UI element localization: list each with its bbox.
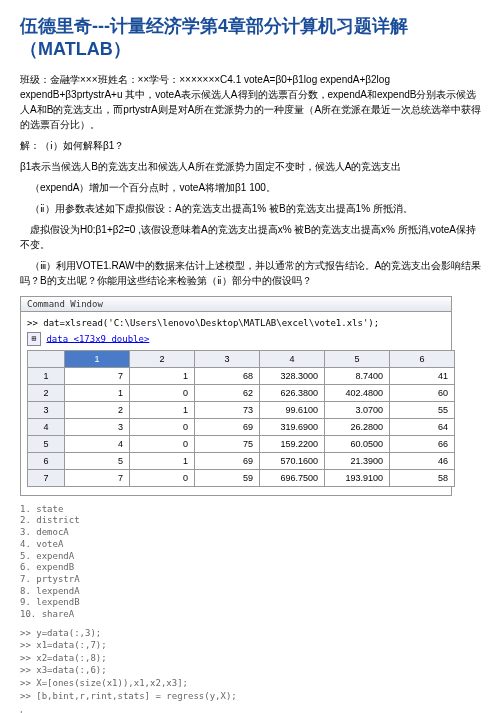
cmd-line: >> y=data(:,3); [20, 627, 484, 640]
col-6[interactable]: 6 [390, 350, 455, 367]
question-i: 解：（ⅰ）如何解释β1？ [20, 138, 484, 153]
col-1[interactable]: 1 [65, 350, 130, 367]
answer-i-2: （expendA）增加一个百分点时，voteA将增加β1 100。 [20, 180, 484, 195]
cmd-line: >> [b,bint,r,rint,stats] = regress(y,X); [20, 690, 484, 703]
table-row: 17168328.30008.740041 [28, 367, 455, 384]
list-item: 8. lexpendA [20, 586, 484, 598]
list-item: 2. district [20, 515, 484, 527]
list-item: 3. democA [20, 527, 484, 539]
cmd-line: >> x2=data(:,8); [20, 652, 484, 665]
page-title: 伍德里奇---计量经济学第4章部分计算机习题详解（MATLAB） [20, 15, 484, 62]
cmd-line: >> x1=data(:,7); [20, 639, 484, 652]
list-item: 9. lexpendB [20, 597, 484, 609]
data-table: 1 2 3 4 5 6 17168328.30008.740041 210626… [27, 350, 455, 487]
question-ii: （ⅱ）用参数表述如下虚拟假设：A的竞选支出提高1% 被B的竞选支出提高1% 所抵… [20, 201, 484, 216]
table-row: 21062626.3800402.480060 [28, 384, 455, 401]
col-corner [28, 350, 65, 367]
data-var-row: ⊞ data <173x9 double> [27, 332, 445, 346]
matlab-commands: >> y=data(:,3); >> x1=data(:,7); >> x2=d… [20, 627, 484, 703]
list-item: 10. shareA [20, 609, 484, 621]
window-body: >> dat=xlsread('C:\Users\lenovo\Desktop\… [21, 312, 451, 495]
list-item: 7. prtystrA [20, 574, 484, 586]
col-5[interactable]: 5 [325, 350, 390, 367]
table-row: 3217399.61003.070055 [28, 401, 455, 418]
answer-ii: 虚拟假设为H0:β1+β2=0 ,该假设意味着A的竞选支出提高x% 被B的竞选支… [20, 222, 484, 252]
table-row: 43069319.690026.280064 [28, 418, 455, 435]
list-item: 5. expendA [20, 551, 484, 563]
intro-paragraph: 班级：金融学×××班姓名：××学号：×××××××C4.1 voteA=β0+β… [20, 72, 484, 132]
table-row: 54075159.220060.050066 [28, 435, 455, 452]
answer-i-1: β1表示当候选人B的竞选支出和候选人A所在党派势力固定不变时，候选人A的竞选支出 [20, 159, 484, 174]
table-header-row: 1 2 3 4 5 6 [28, 350, 455, 367]
col-2[interactable]: 2 [130, 350, 195, 367]
window-title: Command Window [21, 297, 451, 312]
data-var-link[interactable]: data <173x9 double> [46, 333, 149, 343]
cmd-line: >> x3=data(:,6); [20, 664, 484, 677]
xlsread-command: >> dat=xlsread('C:\Users\lenovo\Desktop\… [27, 318, 445, 328]
list-item: 1. state [20, 504, 484, 516]
variable-list: 1. state 2. district 3. democA 4. voteA … [20, 504, 484, 621]
list-item: 6. expendB [20, 562, 484, 574]
matlab-command-window: Command Window >> dat=xlsread('C:\Users\… [20, 296, 452, 496]
expand-icon[interactable]: ⊞ [27, 332, 41, 346]
col-3[interactable]: 3 [195, 350, 260, 367]
table-row: 65169570.160021.390046 [28, 452, 455, 469]
table-row: 77059696.7500193.910058 [28, 469, 455, 486]
cmd-line: >> X=[ones(size(x1)),x1,x2,x3]; [20, 677, 484, 690]
col-4[interactable]: 4 [260, 350, 325, 367]
list-item: 4. voteA [20, 539, 484, 551]
question-iii: （ⅲ）利用VOTE1.RAW中的数据来估计上述模型，并以通常的方式报告结论。A的… [20, 258, 484, 288]
